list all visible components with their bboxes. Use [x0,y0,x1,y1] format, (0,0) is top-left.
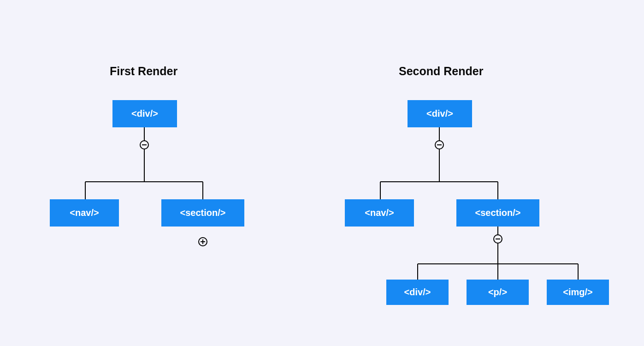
first-root-collapse-toggle[interactable] [140,140,149,149]
first-nav-node: <nav/> [50,199,119,227]
first-root-node: <div/> [112,100,177,127]
plus-icon-v [202,239,203,244]
diagram-stage: First Render Second Render <div/> <nav/>… [0,0,644,346]
first-render-title: First Render [110,65,177,78]
second-img-leaf-node: <img/> [547,280,609,305]
first-section-node: <section/> [161,199,244,227]
second-p-leaf-node: <p/> [467,280,529,305]
second-section-node: <section/> [456,199,539,227]
second-div-leaf-node: <div/> [386,280,449,305]
second-render-title: Second Render [399,65,483,78]
minus-icon [496,239,500,239]
first-section-expand-toggle[interactable] [198,237,207,246]
second-section-collapse-toggle[interactable] [493,234,502,244]
second-root-collapse-toggle[interactable] [435,140,444,149]
second-root-node: <div/> [408,100,472,127]
minus-icon [142,144,147,145]
second-nav-node: <nav/> [345,199,414,227]
minus-icon [437,144,442,145]
